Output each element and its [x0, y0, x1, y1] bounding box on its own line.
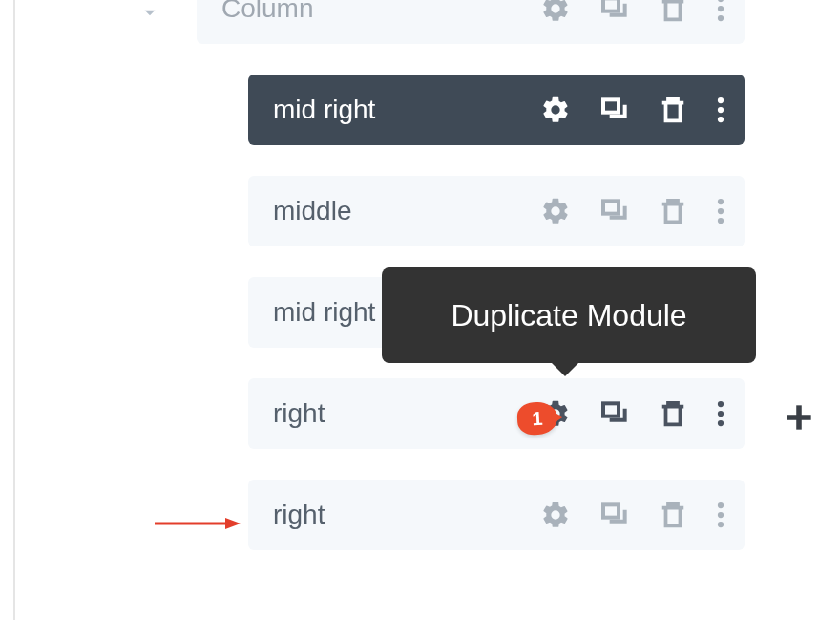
column-actions: [540, 0, 725, 24]
module-row-middle[interactable]: middle: [248, 176, 745, 246]
add-module-button[interactable]: [781, 399, 817, 439]
gear-icon[interactable]: [540, 500, 571, 530]
svg-point-19: [718, 420, 724, 426]
more-icon[interactable]: [716, 0, 725, 23]
module-label: mid right: [273, 95, 540, 125]
module-row-mid-right[interactable]: mid right: [248, 75, 745, 145]
tooltip-duplicate-module: Duplicate Module: [382, 267, 756, 363]
more-icon[interactable]: [716, 399, 725, 428]
annotation-arrow: [155, 514, 241, 537]
duplicate-icon[interactable]: [599, 398, 630, 429]
collapse-toggle[interactable]: [137, 0, 162, 29]
svg-point-17: [718, 401, 724, 407]
annotation-number: 1: [532, 407, 543, 430]
module-actions: [540, 500, 725, 530]
column-row[interactable]: Column: [197, 0, 745, 44]
module-actions: [540, 196, 725, 226]
more-icon[interactable]: [716, 96, 725, 124]
svg-point-1: [718, 0, 724, 2]
svg-point-3: [718, 15, 724, 21]
svg-rect-20: [603, 504, 619, 517]
duplicate-icon[interactable]: [599, 0, 630, 24]
gear-icon[interactable]: [540, 95, 571, 125]
module-actions: [540, 95, 725, 125]
trash-icon[interactable]: [659, 501, 687, 529]
svg-point-11: [718, 218, 724, 224]
duplicate-icon[interactable]: [599, 196, 630, 226]
svg-point-7: [718, 117, 724, 122]
module-row-right-2[interactable]: right: [248, 480, 745, 550]
module-row-right[interactable]: right: [248, 378, 745, 449]
trash-icon[interactable]: [659, 197, 687, 225]
column-label: Column: [221, 0, 540, 24]
svg-point-6: [718, 107, 724, 113]
svg-point-22: [718, 512, 724, 518]
svg-point-10: [718, 208, 724, 214]
gear-icon[interactable]: [540, 196, 571, 226]
svg-rect-0: [603, 0, 619, 11]
gear-icon[interactable]: [540, 0, 571, 24]
module-label: right: [273, 500, 540, 530]
svg-rect-8: [603, 201, 619, 213]
svg-point-21: [718, 502, 724, 508]
svg-point-5: [718, 97, 724, 103]
svg-point-9: [718, 199, 724, 204]
svg-marker-25: [225, 518, 241, 529]
svg-rect-16: [603, 403, 619, 416]
trash-icon[interactable]: [659, 0, 687, 23]
svg-point-23: [718, 522, 724, 527]
module-actions: [540, 398, 725, 429]
trash-icon[interactable]: [659, 96, 687, 124]
trash-icon[interactable]: [659, 399, 687, 428]
more-icon[interactable]: [716, 197, 725, 225]
module-label: right: [273, 398, 540, 429]
module-label: middle: [273, 196, 540, 226]
svg-rect-4: [603, 99, 619, 112]
more-icon[interactable]: [716, 501, 725, 529]
tooltip-text: Duplicate Module: [451, 298, 686, 333]
svg-point-2: [718, 6, 724, 11]
duplicate-icon[interactable]: [599, 500, 630, 530]
duplicate-icon[interactable]: [599, 95, 630, 125]
svg-point-18: [718, 411, 724, 417]
